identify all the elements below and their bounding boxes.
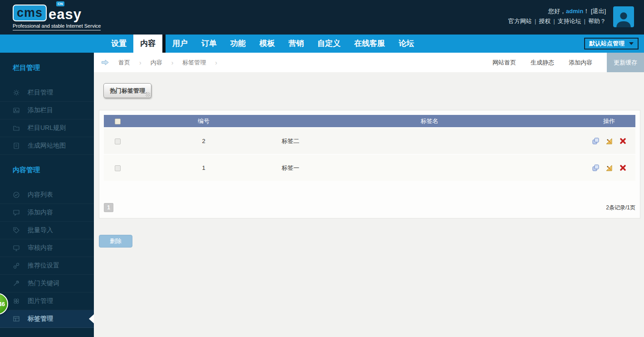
main-nav: 设置 内容 用户 订单 功能 模板 营销 自定义 在线客服 论坛 默认站点管理 bbox=[0, 35, 644, 53]
add-content-link[interactable]: 添加内容 bbox=[569, 59, 592, 67]
home-arrow-icon bbox=[101, 59, 109, 66]
tab-content[interactable]: 内容 bbox=[133, 35, 162, 53]
tab-templates[interactable]: 模板 bbox=[253, 35, 282, 53]
sidebar-item-column-url-rules[interactable]: 栏目URL规则 bbox=[0, 119, 94, 137]
nav-active-shadow bbox=[162, 35, 166, 53]
copy-icon[interactable] bbox=[592, 164, 600, 172]
tab-features[interactable]: 功能 bbox=[224, 35, 253, 53]
page-number-button[interactable]: 1 bbox=[104, 203, 113, 212]
cmseasy-logo[interactable]: cms CN easy Professional and stable Inte… bbox=[13, 5, 101, 30]
tab-users[interactable]: 用户 bbox=[166, 35, 195, 53]
logo-cn-badge: CN bbox=[56, 1, 64, 6]
site-selector-label: 默认站点管理 bbox=[589, 40, 624, 48]
user-area: 您好，admin！ [退出] 官方网站|授权|支持论坛|帮助？ bbox=[508, 6, 606, 26]
pin-icon bbox=[13, 280, 20, 287]
help-link[interactable]: 帮助？ bbox=[588, 18, 606, 25]
sidebar-item-label: 审核内容 bbox=[28, 244, 53, 252]
tags-icon bbox=[13, 315, 20, 322]
breadcrumb: 首页 › 内容 › 标签管理 › bbox=[101, 59, 217, 67]
official-site-link[interactable]: 官方网站 bbox=[508, 18, 532, 25]
sidebar-item-label: 图片管理 bbox=[28, 297, 53, 305]
sidebar-item-tag-manage[interactable]: 标签管理 bbox=[0, 310, 94, 328]
site-selector-dropdown[interactable]: 默认站点管理 bbox=[584, 38, 639, 50]
active-item-arrow bbox=[89, 314, 94, 323]
user-avatar[interactable] bbox=[613, 6, 634, 27]
link-separator: | bbox=[584, 18, 585, 25]
table-row: 1 标签一 bbox=[104, 155, 635, 181]
cell-tag-name: 标签一 bbox=[276, 164, 583, 172]
sidebar-item-label: 批量导入 bbox=[28, 226, 53, 234]
sidebar-item-add-column[interactable]: 添加栏目 bbox=[0, 102, 94, 119]
sidebar-item-batch-import[interactable]: 批量导入 bbox=[0, 222, 94, 239]
tab-marketing[interactable]: 营销 bbox=[282, 35, 311, 53]
logout-link[interactable]: [退出] bbox=[591, 8, 606, 15]
logo-cms-text: cms bbox=[13, 5, 47, 21]
header-tag-name: 标签名 bbox=[276, 117, 583, 125]
edit-icon[interactable] bbox=[605, 138, 614, 145]
record-summary: 2条记录/1页 bbox=[606, 204, 635, 212]
sidebar-item-recommend-position[interactable]: 推荐位设置 bbox=[0, 257, 94, 275]
breadcrumb-home[interactable]: 首页 bbox=[118, 59, 130, 67]
document-icon bbox=[13, 142, 20, 149]
username: admin bbox=[566, 8, 583, 15]
content-area: 热门标签管理 编号 标签名 操作 2 标签二 bbox=[94, 72, 644, 248]
chevron-down-icon bbox=[629, 42, 634, 45]
generate-static-link[interactable]: 生成静态 bbox=[531, 59, 554, 67]
tab-online-service[interactable]: 在线客服 bbox=[347, 35, 392, 53]
sidebar-item-label: 生成网站地图 bbox=[28, 142, 66, 150]
gear-icon bbox=[13, 89, 20, 96]
row-checkbox[interactable] bbox=[115, 139, 121, 144]
license-link[interactable]: 授权 bbox=[539, 18, 551, 25]
hot-tags-manage-button[interactable]: 热门标签管理 bbox=[103, 83, 151, 98]
sidebar-item-hot-keywords[interactable]: 热门关键词 bbox=[0, 275, 94, 292]
link-separator: | bbox=[535, 18, 536, 25]
folder-icon bbox=[13, 124, 20, 132]
sidebar-item-add-content[interactable]: 添加内容 bbox=[0, 204, 94, 222]
sidebar-item-label: 热门关键词 bbox=[28, 279, 59, 287]
site-home-link[interactable]: 网站首页 bbox=[493, 59, 516, 67]
breadcrumb-content[interactable]: 内容 bbox=[151, 59, 162, 67]
delete-icon[interactable] bbox=[620, 164, 626, 171]
breadcrumb-tag-manage[interactable]: 标签管理 bbox=[182, 59, 206, 67]
tab-orders[interactable]: 订单 bbox=[195, 35, 224, 53]
logo-easy-text: easy bbox=[49, 8, 82, 21]
logo-tagline: Professional and stable Internet Service bbox=[13, 23, 101, 30]
pagination: 1 2条记录/1页 bbox=[104, 203, 635, 213]
select-all-checkbox[interactable] bbox=[115, 119, 121, 124]
breadcrumb-bar: 首页 › 内容 › 标签管理 › 网站首页 生成静态 添加内容 更新缓存 bbox=[94, 53, 644, 72]
header-actions: 操作 bbox=[583, 117, 635, 125]
quick-actions: 网站首页 生成静态 添加内容 更新缓存 bbox=[493, 53, 644, 72]
breadcrumb-chevron: › bbox=[139, 59, 141, 66]
sidebar-item-label: 添加栏目 bbox=[28, 106, 53, 114]
tab-forum[interactable]: 论坛 bbox=[392, 35, 421, 53]
edit-icon[interactable] bbox=[605, 164, 614, 172]
greeting-line: 您好，admin！ [退出] bbox=[508, 6, 606, 16]
copy-icon[interactable] bbox=[592, 137, 600, 145]
sidebar-section-column-mgmt: 栏目管理 bbox=[0, 53, 94, 72]
top-header: cms CN easy Professional and stable Inte… bbox=[0, 0, 644, 35]
header-id: 编号 bbox=[131, 117, 276, 125]
row-checkbox[interactable] bbox=[115, 165, 121, 171]
sidebar-item-generate-sitemap[interactable]: 生成网站地图 bbox=[0, 137, 94, 155]
delete-icon[interactable] bbox=[620, 138, 626, 144]
tab-custom[interactable]: 自定义 bbox=[311, 35, 347, 53]
sidebar-item-column-manage[interactable]: 栏目管理 bbox=[0, 84, 94, 102]
sidebar-item-review-content[interactable]: 审核内容 bbox=[0, 239, 94, 257]
support-forum-link[interactable]: 支持论坛 bbox=[558, 18, 581, 25]
delete-button[interactable]: 删除 bbox=[99, 235, 132, 248]
cell-tag-name: 标签二 bbox=[276, 137, 583, 145]
refresh-cache-button[interactable]: 更新缓存 bbox=[607, 53, 644, 72]
sidebar: 栏目管理 栏目管理 添加栏目 栏目URL规则 生成网站地图 内容管理 bbox=[0, 53, 94, 337]
sidebar-item-image-manage[interactable]: 图片管理 bbox=[0, 292, 94, 310]
person-icon bbox=[615, 9, 633, 27]
sidebar-item-label: 标签管理 bbox=[28, 315, 53, 323]
comment-icon bbox=[13, 209, 20, 216]
tab-settings[interactable]: 设置 bbox=[104, 35, 133, 53]
image-icon bbox=[13, 107, 20, 114]
sidebar-item-label: 推荐位设置 bbox=[28, 262, 59, 270]
link-icon bbox=[13, 262, 20, 269]
breadcrumb-chevron: › bbox=[215, 59, 217, 66]
gallery-icon bbox=[13, 297, 20, 305]
sidebar-item-content-list[interactable]: 内容列表 bbox=[0, 186, 94, 204]
sidebar-item-label: 添加内容 bbox=[28, 208, 53, 217]
